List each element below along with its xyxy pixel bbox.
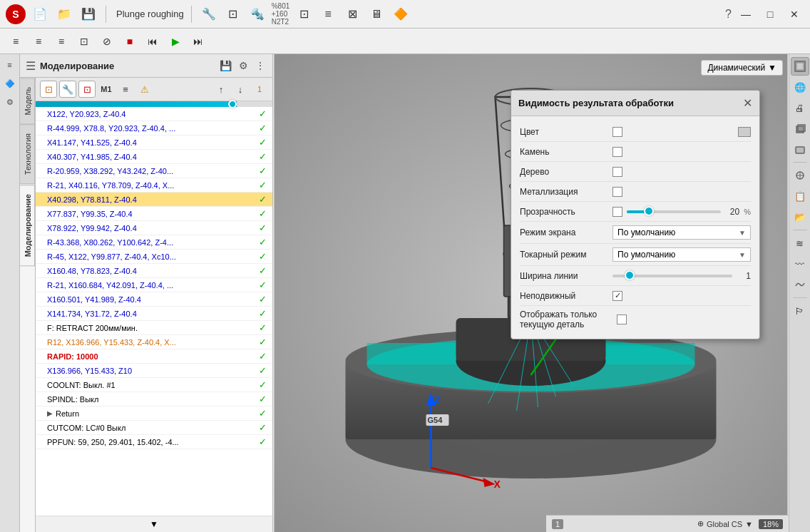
tool-icon-1[interactable]: 🔧	[199, 4, 219, 24]
rt-icon-wave3[interactable]	[791, 275, 809, 294]
st-icon-box[interactable]: ⊡	[40, 81, 57, 98]
list-item[interactable]: X41.147, Y41.525, Z-40.4 ✓	[36, 135, 272, 150]
rt-icon-box2[interactable]	[791, 140, 809, 158]
list-item[interactable]: F: RETRACT 200мм/мин. ✓	[36, 321, 272, 335]
tb2-icon-next[interactable]: ⏭	[188, 31, 208, 51]
tb2-icon-play[interactable]: ▶	[165, 31, 185, 51]
tab-model[interactable]: Модель	[20, 78, 35, 124]
list-item[interactable]: R-20.959, X38.292, Y43.242, Z-40... ✓	[36, 164, 272, 178]
tb2-icon-list2[interactable]: ≡	[51, 31, 71, 51]
transparency-slider[interactable]	[627, 210, 721, 213]
minimize-button[interactable]: —	[736, 4, 756, 24]
wood-checkbox[interactable]	[612, 167, 622, 177]
screen-mode-select[interactable]: По умолчанию ▼	[612, 225, 751, 240]
st-icon-down[interactable]: ↓	[232, 81, 249, 98]
tool-icon-3[interactable]: 🔩	[247, 4, 267, 24]
tb2-icon-stop[interactable]: ■	[120, 31, 140, 51]
progress-knob[interactable]	[228, 100, 237, 108]
only-current-checkbox[interactable]	[617, 314, 627, 324]
left-nav: ≡ 🔷 ⚙	[0, 54, 20, 532]
tb2-icon-cancel[interactable]: ⊘	[97, 31, 117, 51]
list-item[interactable]: X40.307, Y41.985, Z-40.4 ✓	[36, 150, 272, 164]
rt-icon-globe[interactable]: 🌐	[791, 78, 809, 96]
rt-icon-clip[interactable]: 📋	[791, 187, 809, 205]
list-item[interactable]: PPFUN: 59, 250, 29.401, 15.402, -4... ✓	[36, 435, 272, 449]
nav-icon-2[interactable]: 🔷	[2, 76, 18, 91]
color-swatch[interactable]	[738, 127, 751, 137]
nav-icon-3[interactable]: ⚙	[2, 94, 18, 110]
list-item[interactable]: R-45, X122, Y99.877, Z-40.4, Xc10... ✓	[36, 250, 272, 264]
st-icon-warn[interactable]: ⚠	[136, 81, 153, 98]
st-icon-m1[interactable]: M1	[98, 81, 115, 98]
dynamic-button[interactable]: Динамический ▼	[701, 60, 783, 76]
tb2-icon-prev[interactable]: ⏮	[143, 31, 163, 51]
rt-icon-view1[interactable]	[791, 57, 809, 76]
tool-icon-6[interactable]: ⊠	[342, 4, 362, 24]
fixed-checkbox[interactable]	[612, 291, 622, 301]
rt-icon-folder[interactable]: 📂	[791, 208, 809, 226]
new-file-icon[interactable]: 📄	[30, 4, 50, 24]
side-menu-icon[interactable]: ☰	[26, 59, 36, 73]
tb2-icon-list[interactable]: ≡	[29, 31, 48, 51]
dialog-body: Цвет Камень Дерево	[511, 116, 759, 339]
rt-icon-box1[interactable]	[791, 119, 809, 138]
list-item[interactable]: R12, X136.966, Y15.433, Z-40.4, X... ✓	[36, 335, 272, 349]
list-item-selected[interactable]: X40.298, Y78.811, Z-40.4 ✓	[36, 193, 272, 207]
line-width-value: 1	[737, 271, 751, 281]
list-item[interactable]: SPINDL: Выкл ✓	[36, 392, 272, 406]
list-item[interactable]: X141.734, Y31.72, Z-40.4 ✓	[36, 307, 272, 321]
line-width-slider[interactable]	[612, 275, 732, 277]
side-panel-settings-icon[interactable]: ⚙	[237, 58, 250, 73]
tab-technology[interactable]: Технология	[20, 124, 35, 184]
close-button[interactable]: ✕	[784, 4, 804, 24]
list-item[interactable]: X77.837, Y99.35, Z-40.4 ✓	[36, 207, 272, 221]
lathe-mode-select[interactable]: По умолчанию ▼	[612, 247, 751, 262]
dialog-close-button[interactable]: ✕	[743, 96, 752, 110]
list-item-return[interactable]: ▶ Return ✓	[36, 406, 272, 421]
list-item[interactable]: CUTCOM: LC#0 Выкл ✓	[36, 421, 272, 435]
list-item[interactable]: R-44.999, X78.8, Y20.923, Z-40.4, ... ✓	[36, 121, 272, 135]
tool-icon-2[interactable]: ⊡	[223, 4, 243, 24]
list-item[interactable]: X122, Y20.923, Z-40.4 ✓	[36, 107, 272, 121]
stone-checkbox[interactable]	[612, 147, 622, 157]
list-item[interactable]: X136.966, Y15.433, Z10 ✓	[36, 364, 272, 378]
scroll-down-arrow[interactable]: ▼	[36, 516, 272, 532]
tab-modeling[interactable]: Моделирование	[20, 185, 35, 266]
tool-icon-4[interactable]: ⊡	[294, 4, 314, 24]
st-icon-box2[interactable]: ⊡	[78, 81, 96, 98]
list-item[interactable]: X160.48, Y78.823, Z-40.4 ✓	[36, 264, 272, 278]
st-icon-tool[interactable]: 🔧	[59, 81, 76, 98]
progress-bar[interactable]	[36, 101, 272, 107]
rt-icon-flag[interactable]: 🏳	[791, 302, 809, 320]
list-item[interactable]: R-43.368, X80.262, Y100.642, Z-4... ✓	[36, 235, 272, 250]
rt-icon-wave1[interactable]: ≋	[791, 234, 809, 252]
list-item-rapid[interactable]: RAPID: 10000 ✓	[36, 349, 272, 364]
rt-icon-print[interactable]: 🖨	[791, 98, 809, 117]
rt-icon-wave2[interactable]: 〰	[791, 255, 809, 273]
viewport[interactable]: Z X G54 Динамический ▼ Видимость результ…	[273, 54, 789, 532]
list-item[interactable]: X78.922, Y99.942, Z-40.4 ✓	[36, 221, 272, 235]
tool-icon-8[interactable]: 🔶	[391, 4, 411, 24]
list-item[interactable]: R-21, X160.684, Y42.091, Z-40.4, ... ✓	[36, 278, 272, 292]
rt-icon-tool[interactable]	[791, 166, 809, 185]
list-item[interactable]: X160.501, Y41.989, Z-40.4 ✓	[36, 292, 272, 307]
list-item[interactable]: COOLNT: Выкл. #1 ✓	[36, 378, 272, 392]
maximize-button[interactable]: □	[760, 4, 780, 24]
side-panel-save-icon[interactable]: 💾	[218, 58, 233, 73]
tb2-icon-hamburger[interactable]: ≡	[6, 31, 26, 51]
cs-info: ⊕ Global CS ▼	[697, 519, 753, 528]
st-icon-up[interactable]: ↑	[212, 81, 230, 98]
tool-icon-7[interactable]: 🖥	[366, 4, 386, 24]
transparency-checkbox[interactable]	[612, 207, 622, 217]
help-icon[interactable]: ?	[725, 8, 732, 21]
st-icon-list[interactable]: ≡	[117, 81, 134, 98]
metal-checkbox[interactable]	[612, 187, 622, 197]
tb2-icon-select[interactable]: ⊡	[74, 31, 94, 51]
list-item[interactable]: R-21, X40.116, Y78.709, Z-40.4, X... ✓	[36, 178, 272, 193]
nav-icon-1[interactable]: ≡	[2, 57, 18, 73]
tool-icon-5[interactable]: ≡	[318, 4, 338, 24]
open-file-icon[interactable]: 📁	[54, 4, 74, 24]
color-checkbox[interactable]	[612, 127, 622, 137]
save-file-icon[interactable]: 💾	[78, 4, 98, 24]
side-panel-more-icon[interactable]: ⋮	[254, 58, 267, 73]
